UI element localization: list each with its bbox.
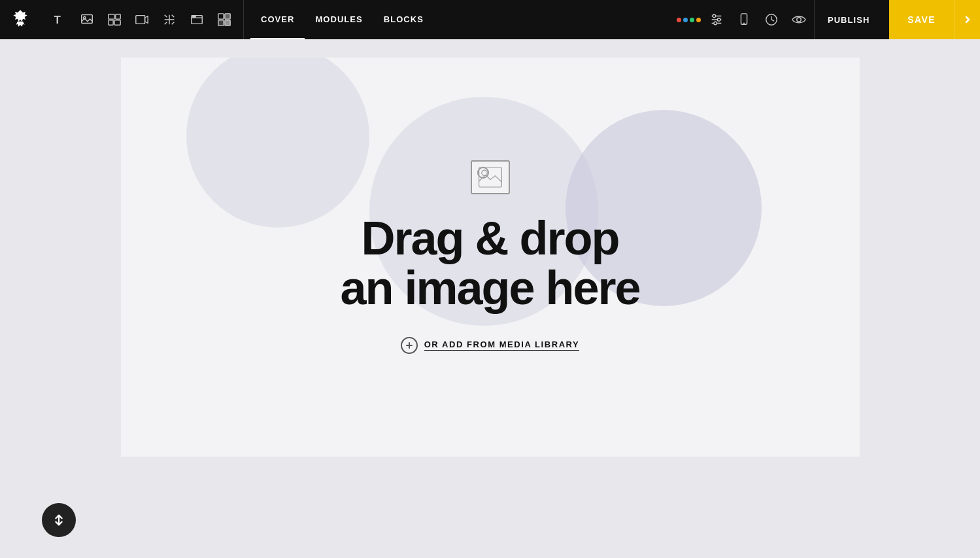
svg-rect-6 [114, 20, 120, 25]
media-library-link[interactable]: OR ADD FROM MEDIA LIBRARY [401, 337, 580, 354]
history-icon [764, 12, 779, 27]
svg-rect-1 [82, 15, 93, 24]
preview-btn[interactable] [786, 7, 811, 32]
settings-btn[interactable] [704, 7, 729, 32]
image-placeholder-icon [471, 160, 510, 194]
toolbar: T COVER MODULES [0, 0, 980, 39]
logo-icon [10, 9, 31, 30]
drop-zone-content: Drag & drop an image here OR ADD FROM ME… [340, 160, 639, 353]
svg-point-21 [797, 18, 801, 22]
nav-modules[interactable]: MODULES [305, 0, 373, 39]
nav-blocks[interactable]: BLOCKS [373, 0, 434, 39]
scroll-arrows-icon [52, 513, 66, 527]
svg-rect-12 [225, 14, 230, 19]
sliders-icon [709, 12, 724, 27]
svg-point-16 [717, 18, 720, 22]
toolbar-right: PUBLISH [677, 0, 889, 39]
svg-rect-22 [479, 167, 501, 187]
color-palette-btn[interactable] [677, 7, 701, 32]
toolbar-nav: COVER MODULES BLOCKS [244, 0, 441, 39]
embed-tool[interactable] [184, 7, 209, 32]
svg-point-10 [194, 16, 195, 18]
save-dropdown-chevron[interactable] [954, 0, 980, 39]
page-canvas[interactable]: Drag & drop an image here OR ADD FROM ME… [121, 58, 860, 457]
publish-button[interactable]: PUBLISH [814, 0, 883, 39]
nav-cover[interactable]: COVER [250, 0, 305, 39]
layout-tool[interactable] [157, 7, 182, 32]
mobile-icon [737, 12, 751, 27]
plus-icon [405, 341, 413, 349]
brand-logo[interactable] [0, 0, 41, 39]
svg-rect-3 [109, 14, 114, 19]
svg-point-15 [713, 14, 716, 18]
svg-rect-13 [218, 20, 224, 26]
placeholder-image-icon [479, 166, 502, 189]
mobile-preview-btn[interactable] [732, 7, 756, 32]
svg-point-17 [714, 22, 717, 25]
plus-circle-icon [401, 337, 418, 354]
svg-rect-7 [136, 16, 145, 24]
canvas-area: Drag & drop an image here OR ADD FROM ME… [0, 39, 980, 558]
svg-rect-14 [225, 20, 230, 26]
svg-rect-5 [109, 20, 113, 25]
history-btn[interactable] [759, 7, 784, 32]
halftone-tool[interactable] [212, 7, 237, 32]
svg-rect-4 [116, 14, 120, 19]
svg-text:T: T [54, 14, 61, 26]
svg-point-9 [193, 16, 194, 18]
gallery-tool[interactable] [102, 7, 127, 32]
video-tool[interactable] [129, 7, 154, 32]
eye-icon [792, 12, 806, 27]
drag-drop-heading: Drag & drop an image here [340, 214, 639, 313]
scroll-button[interactable] [42, 503, 76, 537]
svg-rect-11 [218, 14, 224, 19]
toolbar-tools: T [41, 0, 244, 39]
chevron-right-icon [962, 14, 973, 25]
svg-point-23 [481, 171, 486, 176]
image-tool[interactable] [75, 7, 99, 32]
text-tool[interactable]: T [47, 7, 72, 32]
save-button[interactable]: SAVE [889, 0, 954, 39]
